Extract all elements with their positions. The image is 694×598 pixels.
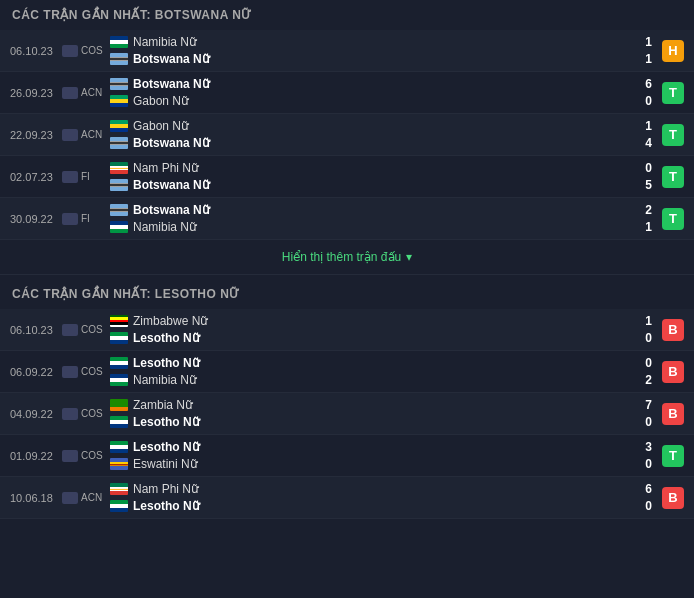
- team-row: Lesotho Nữ: [110, 499, 634, 513]
- scores-block: 10: [634, 314, 652, 345]
- scores-block: 21: [634, 203, 652, 234]
- tournament-label: COS: [81, 45, 103, 56]
- team-flag: [110, 458, 128, 470]
- team-flag: [110, 357, 128, 369]
- match-pair: 06.10.23COSNamibia NữBotswana Nữ11H: [0, 30, 694, 72]
- team-name: Gabon Nữ: [133, 94, 189, 108]
- team-row: Nam Phi Nữ: [110, 161, 634, 175]
- team-row: Lesotho Nữ: [110, 356, 634, 370]
- team-name: Botswana Nữ: [133, 136, 210, 150]
- team-flag: [110, 78, 128, 90]
- match-pair: 26.09.23ACNBotswana NữGabon Nữ60T: [0, 72, 694, 114]
- match-date: 10.06.18: [10, 492, 62, 504]
- result-badge: B: [662, 487, 684, 509]
- scores-block: 05: [634, 161, 652, 192]
- team-flag: [110, 315, 128, 327]
- match-pair: 01.09.22COSLesotho NữEswatini Nữ30T: [0, 435, 694, 477]
- result-badge: T: [662, 166, 684, 188]
- match-date: 06.09.22: [10, 366, 62, 378]
- teams-block: Gabon NữBotswana Nữ: [110, 119, 634, 150]
- team-flag: [110, 179, 128, 191]
- tournament-badge: COS: [62, 324, 106, 336]
- team-row: Namibia Nữ: [110, 220, 634, 234]
- team-name: Lesotho Nữ: [133, 356, 200, 370]
- tournament-label: ACN: [81, 492, 102, 503]
- team-row: Lesotho Nữ: [110, 415, 634, 429]
- team-name: Namibia Nữ: [133, 35, 197, 49]
- team-name: Lesotho Nữ: [133, 440, 200, 454]
- show-more-label: Hiển thị thêm trận đấu: [282, 250, 401, 264]
- tournament-icon: [62, 213, 78, 225]
- show-more-button[interactable]: Hiển thị thêm trận đấu ▾: [0, 240, 694, 275]
- scores-block: 70: [634, 398, 652, 429]
- match-date: 26.09.23: [10, 87, 62, 99]
- team-row: Eswatini Nữ: [110, 457, 634, 471]
- section2-header: CÁC TRẬN GẦN NHẤT: LESOTHO NỮ: [0, 279, 694, 309]
- team-name: Zimbabwe Nữ: [133, 314, 208, 328]
- team-name: Botswana Nữ: [133, 77, 210, 91]
- team-flag: [110, 483, 128, 495]
- tournament-icon: [62, 366, 78, 378]
- team-row: Zimbabwe Nữ: [110, 314, 634, 328]
- tournament-badge: ACN: [62, 129, 106, 141]
- tournament-badge: FI: [62, 171, 106, 183]
- team-name: Namibia Nữ: [133, 373, 197, 387]
- tournament-label: ACN: [81, 87, 102, 98]
- team-flag: [110, 162, 128, 174]
- match-pair: 30.09.22FIBotswana NữNamibia Nữ21T: [0, 198, 694, 240]
- match-pair: 04.09.22COSZambia NữLesotho Nữ70B: [0, 393, 694, 435]
- scores-block: 30: [634, 440, 652, 471]
- tournament-label: COS: [81, 366, 103, 377]
- match-date: 22.09.23: [10, 129, 62, 141]
- score: 1: [645, 52, 652, 66]
- score: 1: [645, 220, 652, 234]
- score: 4: [645, 136, 652, 150]
- tournament-icon: [62, 492, 78, 504]
- team-name: Eswatini Nữ: [133, 457, 198, 471]
- result-badge: T: [662, 82, 684, 104]
- tournament-badge: FI: [62, 213, 106, 225]
- tournament-label: ACN: [81, 129, 102, 140]
- match-date: 01.09.22: [10, 450, 62, 462]
- team-row: Lesotho Nữ: [110, 331, 634, 345]
- section1-title: CÁC TRẬN GẦN NHẤT: BOTSWANA NỮ: [12, 8, 252, 22]
- team-row: Botswana Nữ: [110, 178, 634, 192]
- score: 0: [645, 94, 652, 108]
- page-container: CÁC TRẬN GẦN NHẤT: BOTSWANA NỮ 06.10.23C…: [0, 0, 694, 519]
- match-date: 04.09.22: [10, 408, 62, 420]
- team-flag: [110, 441, 128, 453]
- scores-block: 02: [634, 356, 652, 387]
- tournament-icon: [62, 171, 78, 183]
- tournament-badge: COS: [62, 45, 106, 57]
- match-pair: 06.09.22COSLesotho NữNamibia Nữ02B: [0, 351, 694, 393]
- teams-block: Zambia NữLesotho Nữ: [110, 398, 634, 429]
- result-badge: T: [662, 445, 684, 467]
- match-pair: 22.09.23ACNGabon NữBotswana Nữ14T: [0, 114, 694, 156]
- team-flag: [110, 221, 128, 233]
- team-name: Nam Phi Nữ: [133, 161, 199, 175]
- scores-block: 14: [634, 119, 652, 150]
- score: 0: [645, 415, 652, 429]
- team-flag: [110, 500, 128, 512]
- team-flag: [110, 95, 128, 107]
- tournament-label: COS: [81, 450, 103, 461]
- teams-block: Nam Phi NữLesotho Nữ: [110, 482, 634, 513]
- tournament-icon: [62, 129, 78, 141]
- score: 6: [645, 77, 652, 91]
- tournament-label: COS: [81, 408, 103, 419]
- score: 0: [645, 356, 652, 370]
- team-flag: [110, 374, 128, 386]
- match-date: 06.10.23: [10, 45, 62, 57]
- section2-title: CÁC TRẬN GẦN NHẤT: LESOTHO NỮ: [12, 287, 240, 301]
- team-flag: [110, 53, 128, 65]
- match-pair: 06.10.23COSZimbabwe NữLesotho Nữ10B: [0, 309, 694, 351]
- scores-block: 11: [634, 35, 652, 66]
- team-name: Botswana Nữ: [133, 178, 210, 192]
- team-row: Lesotho Nữ: [110, 440, 634, 454]
- result-badge: T: [662, 208, 684, 230]
- tournament-icon: [62, 324, 78, 336]
- team-name: Gabon Nữ: [133, 119, 189, 133]
- team-row: Botswana Nữ: [110, 203, 634, 217]
- score: 3: [645, 440, 652, 454]
- team-flag: [110, 120, 128, 132]
